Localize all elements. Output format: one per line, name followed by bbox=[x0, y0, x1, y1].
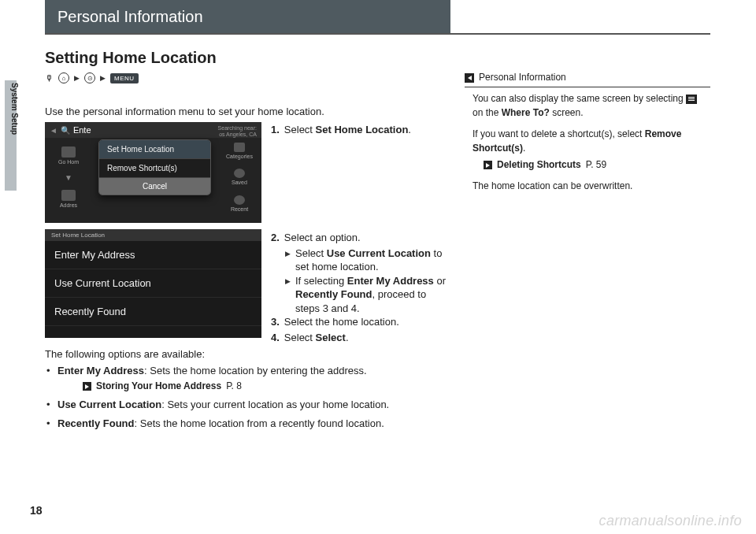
opt-enter-address: Enter My Address bbox=[45, 241, 261, 269]
step-num: 3. bbox=[271, 315, 280, 329]
t: If selecting bbox=[295, 275, 347, 287]
categories-label: Categories bbox=[226, 154, 253, 159]
watermark: carmanualsonline.info bbox=[599, 513, 742, 529]
sidebar-body: You can also display the same screen by … bbox=[465, 92, 710, 193]
sub-text: If selecting Enter My Address or Recentl… bbox=[295, 274, 448, 316]
section-header: Personal Information bbox=[45, 0, 450, 33]
t: Select bbox=[284, 124, 316, 135]
sidebar-heading-text: Personal Information bbox=[479, 71, 566, 84]
hamburger-icon bbox=[686, 95, 697, 104]
page-number: 18 bbox=[30, 504, 43, 517]
triangle-icon: ▶ bbox=[285, 276, 291, 316]
info-icon bbox=[465, 73, 474, 83]
t: If you want to delete a shortcut(s), sel… bbox=[472, 128, 645, 139]
back-icon: ◄ bbox=[50, 126, 57, 135]
step-num: 4. bbox=[271, 331, 280, 345]
step-text: Select Set Home Location. bbox=[284, 124, 411, 135]
breadcrumb: 🎙 ⌂ ▶ ⊙ ▶ MENU bbox=[45, 72, 139, 83]
heart-icon bbox=[234, 169, 245, 178]
step-text: Select Select. bbox=[284, 331, 349, 345]
menu-badge: MENU bbox=[110, 73, 139, 83]
t: Where To? bbox=[502, 107, 550, 118]
step-1: 1. Select Set Home Location. bbox=[271, 124, 444, 135]
t: Use Current Location bbox=[57, 399, 161, 410]
options-list: Enter My Address: Sets the home location… bbox=[45, 364, 443, 436]
grid-icon bbox=[234, 143, 245, 152]
list-item: Recently Found: Sets the home location f… bbox=[45, 417, 443, 431]
t: . bbox=[523, 143, 525, 154]
chevron-right-icon: ▶ bbox=[74, 74, 80, 82]
searching-label: Searching near: bbox=[218, 125, 257, 132]
address-shortcut: Addres bbox=[45, 182, 92, 217]
t: . bbox=[408, 124, 411, 135]
t: Recently Found bbox=[57, 417, 135, 429]
home-circle-icon: ⌂ bbox=[58, 72, 69, 83]
t: : Sets your current location as your hom… bbox=[161, 399, 389, 410]
sidebar-para: You can also display the same screen by … bbox=[472, 92, 707, 120]
saved-label: Saved bbox=[232, 180, 247, 185]
searching-near: Searching near: os Angeles, CA bbox=[218, 125, 257, 137]
t: Set Home Location bbox=[316, 124, 409, 135]
step-text: Select an option. bbox=[284, 231, 361, 245]
sidebar-para: The home location can be overwritten. bbox=[472, 180, 707, 193]
xref: Storing Your Home Address P. 8 bbox=[57, 380, 443, 393]
step-num: 1. bbox=[271, 124, 280, 135]
xref-icon bbox=[83, 382, 91, 391]
sidebar-heading: Personal Information bbox=[465, 71, 710, 87]
searching-city: os Angeles, CA bbox=[218, 132, 257, 138]
t: P. 8 bbox=[226, 380, 242, 393]
steps-2-4: 2. Select an option. ▶ Select Use Curren… bbox=[271, 231, 448, 346]
search-icon: 🔍 bbox=[61, 126, 70, 135]
sidebar-para: If you want to delete a shortcut(s), sel… bbox=[472, 128, 707, 155]
popup-remove-shortcut: Remove Shortcut(s) bbox=[99, 159, 210, 178]
address-label: Addres bbox=[60, 202, 77, 208]
list-item: Enter My Address: Sets the home location… bbox=[45, 364, 443, 393]
screen-header: Set Home Location bbox=[45, 229, 261, 241]
t: Deleting Shortcuts bbox=[497, 158, 581, 172]
t: Enter My Address bbox=[347, 275, 434, 287]
search-placeholder: Ente bbox=[73, 125, 91, 135]
opt-use-current: Use Current Location bbox=[45, 269, 261, 298]
recent-btn: Recent bbox=[217, 191, 261, 217]
info-sidebar: Personal Information You can also displa… bbox=[465, 71, 710, 202]
page-title: Setting Home Location bbox=[45, 49, 217, 67]
t: P. 59 bbox=[586, 158, 606, 172]
xref-icon bbox=[484, 161, 492, 169]
right-categories: Categories Saved Recent bbox=[217, 138, 261, 217]
options-intro: The following options are available: bbox=[45, 348, 205, 360]
t: Recently Found bbox=[295, 288, 372, 300]
side-tab-label: System Setup bbox=[10, 83, 19, 135]
saved-btn: Saved bbox=[217, 164, 261, 190]
xref: Deleting Shortcuts P. 59 bbox=[472, 158, 707, 172]
t: Select bbox=[284, 332, 316, 343]
camera-icon bbox=[61, 190, 76, 201]
chevron-right-icon: ▶ bbox=[100, 74, 106, 82]
recent-label: Recent bbox=[231, 206, 248, 212]
screenshot-where-to: ◄ 🔍 Ente Searching near: os Angeles, CA … bbox=[45, 122, 261, 223]
step-text: Select the home location. bbox=[284, 315, 399, 329]
go-home-shortcut: Go Hom bbox=[45, 138, 92, 173]
triangle-icon: ▶ bbox=[285, 249, 291, 274]
t: You can also display the same screen by … bbox=[472, 93, 686, 104]
t: Enter My Address bbox=[57, 365, 144, 376]
list-item: Use Current Location: Sets your current … bbox=[45, 398, 443, 412]
sub-text: Select Use Current Location to set home … bbox=[295, 247, 448, 274]
clock-icon bbox=[234, 195, 245, 205]
popup-set-home: Set Home Location bbox=[99, 140, 210, 159]
t: . bbox=[346, 332, 349, 343]
header-rule bbox=[45, 33, 710, 35]
nav-circle-icon: ⊙ bbox=[84, 72, 95, 83]
step-num: 2. bbox=[271, 231, 280, 245]
intro-text: Use the personal information menu to set… bbox=[45, 106, 324, 117]
opt-recently-found: Recently Found bbox=[45, 298, 261, 326]
t: : Sets the home location by entering the… bbox=[144, 365, 367, 376]
screenshot-set-home: Set Home Location Enter My Address Use C… bbox=[45, 229, 261, 338]
t: Use Current Location bbox=[327, 247, 431, 259]
popup-cancel: Cancel bbox=[99, 178, 210, 195]
left-shortcuts: Go Hom ▼ Addres bbox=[45, 138, 92, 217]
t: screen. bbox=[550, 107, 584, 118]
t: Select bbox=[316, 332, 346, 343]
t: or bbox=[434, 275, 446, 287]
t: Select bbox=[295, 247, 327, 259]
section-header-title: Personal Information bbox=[57, 8, 203, 26]
